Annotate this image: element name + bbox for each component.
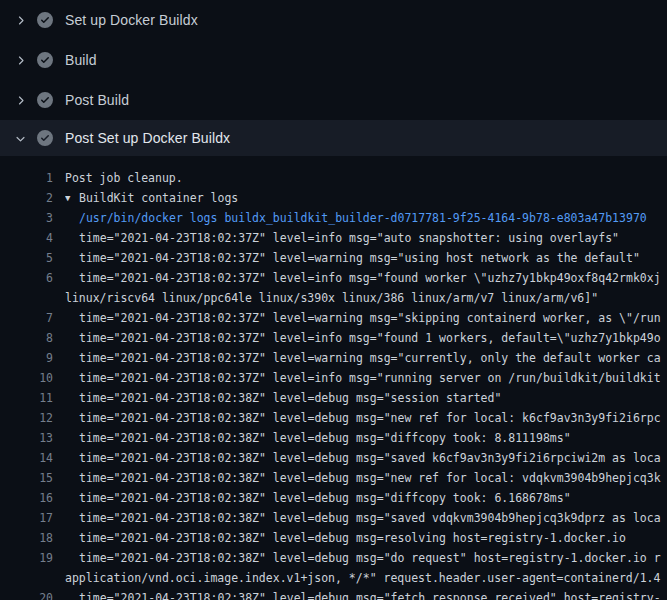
- line-number: [0, 288, 53, 308]
- line-number[interactable]: 12: [0, 408, 53, 428]
- line-number[interactable]: 15: [0, 468, 53, 488]
- log-text: time="2021-04-23T18:02:37Z" level=info m…: [65, 368, 667, 388]
- line-number[interactable]: 20: [0, 588, 53, 600]
- log-text: time="2021-04-23T18:02:38Z" level=debug …: [65, 408, 667, 428]
- line-number[interactable]: 4: [0, 228, 53, 248]
- group-expanded-triangle-icon: ▼: [65, 188, 79, 208]
- steps-panel: Set up Docker Buildx Build Post Build Po…: [0, 0, 667, 156]
- step-row-build[interactable]: Build: [0, 40, 667, 80]
- log-row: 10 time="2021-04-23T18:02:37Z" level=inf…: [0, 368, 667, 388]
- log-row: 11 time="2021-04-23T18:02:38Z" level=deb…: [0, 388, 667, 408]
- step-row-post-set-up-docker-buildx[interactable]: Post Set up Docker Buildx: [0, 120, 667, 156]
- log-text: time="2021-04-23T18:02:37Z" level=warnin…: [65, 248, 667, 268]
- log-row: application/vnd.oci.image.index.v1+json,…: [0, 568, 667, 588]
- line-number[interactable]: 7: [0, 308, 53, 328]
- check-circle-icon: [37, 130, 53, 146]
- log-row: linux/riscv64 linux/ppc64le linux/s390x …: [0, 288, 667, 308]
- line-number[interactable]: 19: [0, 548, 53, 568]
- line-number[interactable]: 2: [0, 188, 53, 208]
- log-text: time="2021-04-23T18:02:37Z" level=warnin…: [65, 348, 667, 368]
- line-number[interactable]: 8: [0, 328, 53, 348]
- line-number[interactable]: 3: [0, 208, 53, 228]
- step-label: Build: [65, 52, 97, 68]
- log-row: 7 time="2021-04-23T18:02:37Z" level=warn…: [0, 308, 667, 328]
- line-number[interactable]: 17: [0, 508, 53, 528]
- log-text: time="2021-04-23T18:02:38Z" level=debug …: [65, 388, 667, 408]
- log-panel: 1 Post job cleanup. 2 ▼BuildKit containe…: [0, 156, 667, 600]
- log-row: 15 time="2021-04-23T18:02:38Z" level=deb…: [0, 468, 667, 488]
- log-text: time="2021-04-23T18:02:37Z" level=info m…: [65, 328, 667, 348]
- check-circle-icon: [37, 92, 53, 108]
- log-text: Post job cleanup.: [65, 168, 667, 188]
- line-number[interactable]: 1: [0, 168, 53, 188]
- log-group-toggle[interactable]: ▼BuildKit container logs: [65, 188, 667, 208]
- check-circle-icon: [37, 52, 53, 68]
- step-label: Post Set up Docker Buildx: [65, 130, 230, 146]
- log-text: time="2021-04-23T18:02:38Z" level=debug …: [65, 488, 667, 508]
- log-text: time="2021-04-23T18:02:37Z" level=info m…: [65, 228, 667, 248]
- step-row-set-up-docker-buildx[interactable]: Set up Docker Buildx: [0, 0, 667, 40]
- chevron-down-icon: [13, 131, 27, 145]
- log-row: 13 time="2021-04-23T18:02:38Z" level=deb…: [0, 428, 667, 448]
- line-number[interactable]: 13: [0, 428, 53, 448]
- log-row: 18 time="2021-04-23T18:02:38Z" level=deb…: [0, 528, 667, 548]
- workflow-log-viewer: Set up Docker Buildx Build Post Build Po…: [0, 0, 667, 600]
- step-row-post-build[interactable]: Post Build: [0, 80, 667, 120]
- log-text: time="2021-04-23T18:02:38Z" level=debug …: [65, 468, 667, 488]
- line-number[interactable]: 10: [0, 368, 53, 388]
- log-row: 17 time="2021-04-23T18:02:38Z" level=deb…: [0, 508, 667, 528]
- log-text: time="2021-04-23T18:02:38Z" level=debug …: [65, 448, 667, 468]
- chevron-right-icon: [13, 13, 27, 27]
- log-text: time="2021-04-23T18:02:38Z" level=debug …: [65, 588, 667, 600]
- step-label: Set up Docker Buildx: [65, 12, 198, 28]
- log-text: time="2021-04-23T18:02:37Z" level=info m…: [65, 268, 667, 288]
- log-row: 4 time="2021-04-23T18:02:37Z" level=info…: [0, 228, 667, 248]
- log-row: 9 time="2021-04-23T18:02:37Z" level=warn…: [0, 348, 667, 368]
- line-number[interactable]: 18: [0, 528, 53, 548]
- log-row: 19 time="2021-04-23T18:02:38Z" level=deb…: [0, 548, 667, 568]
- log-row: 1 Post job cleanup.: [0, 168, 667, 188]
- line-number[interactable]: 5: [0, 248, 53, 268]
- step-label: Post Build: [65, 92, 129, 108]
- log-text: linux/riscv64 linux/ppc64le linux/s390x …: [65, 288, 667, 308]
- check-circle-icon: [37, 12, 53, 28]
- log-row: 14 time="2021-04-23T18:02:38Z" level=deb…: [0, 448, 667, 468]
- chevron-right-icon: [13, 53, 27, 67]
- log-row: 6 time="2021-04-23T18:02:37Z" level=info…: [0, 268, 667, 288]
- line-number[interactable]: 11: [0, 388, 53, 408]
- log-row: 16 time="2021-04-23T18:02:38Z" level=deb…: [0, 488, 667, 508]
- line-number[interactable]: 9: [0, 348, 53, 368]
- log-row: 2 ▼BuildKit container logs: [0, 188, 667, 208]
- log-text: time="2021-04-23T18:02:38Z" level=debug …: [65, 548, 667, 568]
- log-command-text: /usr/bin/docker logs buildx_buildkit_bui…: [65, 208, 667, 228]
- log-row: 12 time="2021-04-23T18:02:38Z" level=deb…: [0, 408, 667, 428]
- group-title: BuildKit container logs: [79, 191, 238, 205]
- line-number[interactable]: 16: [0, 488, 53, 508]
- log-row: 20 time="2021-04-23T18:02:38Z" level=deb…: [0, 588, 667, 600]
- log-text: time="2021-04-23T18:02:38Z" level=debug …: [65, 508, 667, 528]
- chevron-right-icon: [13, 93, 27, 107]
- line-number: [0, 568, 53, 588]
- log-row: 5 time="2021-04-23T18:02:37Z" level=warn…: [0, 248, 667, 268]
- log-text: time="2021-04-23T18:02:38Z" level=debug …: [65, 528, 667, 548]
- log-text: application/vnd.oci.image.index.v1+json,…: [65, 568, 667, 588]
- line-number[interactable]: 14: [0, 448, 53, 468]
- line-number[interactable]: 6: [0, 268, 53, 288]
- log-row: 8 time="2021-04-23T18:02:37Z" level=info…: [0, 328, 667, 348]
- log-text: time="2021-04-23T18:02:37Z" level=warnin…: [65, 308, 667, 328]
- log-row: 3 /usr/bin/docker logs buildx_buildkit_b…: [0, 208, 667, 228]
- log-text: time="2021-04-23T18:02:38Z" level=debug …: [65, 428, 667, 448]
